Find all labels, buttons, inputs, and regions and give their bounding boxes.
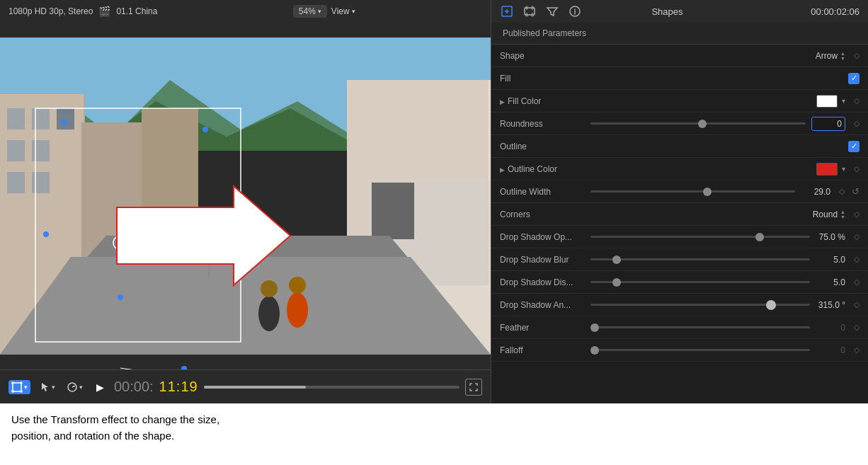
param-input[interactable]	[811, 117, 845, 131]
select-value: Round	[813, 209, 838, 219]
param-slider[interactable]	[590, 281, 810, 283]
param-diamond-icon[interactable]: ◇	[854, 51, 860, 60]
tab-filter-icon[interactable]	[545, 4, 559, 18]
select-arrows-icon: ▲▼	[840, 209, 845, 219]
svg-rect-39	[21, 381, 23, 384]
param-diamond-icon[interactable]: ◇	[839, 187, 845, 196]
svg-rect-6	[32, 108, 50, 130]
timecode-prefix: 00:00:	[114, 379, 154, 395]
svg-rect-37	[13, 383, 21, 391]
param-diamond-icon[interactable]: ◇	[854, 345, 860, 355]
param-value-text: 5.0	[816, 255, 845, 265]
param-diamond-icon[interactable]: ◇	[854, 277, 860, 287]
color-dropdown-icon[interactable]: ▾	[842, 97, 845, 105]
param-value-text: 29.0	[801, 187, 830, 197]
param-value: Round▲▼	[813, 209, 845, 219]
param-value: 5.0	[816, 277, 845, 287]
param-label-text: Outline	[500, 142, 585, 151]
view-button[interactable]: View ▾	[331, 6, 355, 16]
timeline-bar[interactable]	[204, 386, 459, 389]
svg-point-32	[181, 366, 187, 369]
param-value: 5.0	[816, 255, 845, 265]
topbar-center: 54% ▾ View ▾	[293, 5, 355, 18]
svg-rect-16	[372, 183, 414, 239]
param-checkbox[interactable]: ✓	[848, 73, 860, 84]
param-slider-thumb	[590, 346, 599, 355]
param-slider[interactable]	[590, 236, 810, 238]
param-value: ▾	[816, 163, 845, 176]
param-row: Falloff0◇	[491, 339, 868, 362]
param-slider[interactable]	[590, 190, 795, 193]
param-row: Outline Width29.0◇↺	[491, 180, 868, 203]
param-slider[interactable]	[590, 122, 806, 125]
svg-point-29	[202, 127, 208, 132]
right-panel: Shapes 00:00:02:06 Published Parameters …	[491, 0, 868, 403]
svg-rect-7	[57, 108, 74, 130]
param-color-swatch[interactable]	[816, 95, 838, 108]
param-diamond-icon[interactable]: ◇	[854, 255, 860, 264]
param-row: Drop Shadow Blur5.0◇	[491, 248, 868, 271]
param-diamond-icon[interactable]: ◇	[854, 323, 860, 332]
tab-info-icon[interactable]	[568, 4, 582, 18]
svg-rect-11	[32, 172, 50, 193]
param-slider[interactable]	[590, 258, 810, 260]
param-reset-icon[interactable]: ↺	[852, 186, 860, 197]
param-value	[811, 117, 845, 131]
param-row: Roundness◇	[491, 113, 868, 135]
param-expand-arrow[interactable]: ▶	[500, 166, 505, 173]
param-label-text: Drop Shadow An...	[500, 300, 585, 310]
topbar-icons	[500, 4, 582, 18]
param-label-text: Fill Color	[508, 96, 541, 106]
param-label-text: Corners	[500, 209, 585, 219]
param-diamond-icon[interactable]: ◇	[854, 209, 860, 219]
param-label-text: Fill	[500, 74, 585, 84]
param-diamond-icon[interactable]: ◇	[854, 232, 860, 241]
clip-label: 01.1 China	[116, 6, 157, 16]
param-select[interactable]: Round▲▼	[813, 209, 845, 219]
param-diamond-icon[interactable]: ◇	[854, 96, 860, 105]
param-slider[interactable]	[590, 304, 810, 306]
param-expand-arrow[interactable]: ▶	[500, 98, 505, 105]
param-diamond-icon[interactable]: ◇	[854, 300, 860, 309]
svg-rect-8	[7, 140, 25, 161]
param-slider[interactable]	[590, 349, 810, 351]
param-color-swatch[interactable]	[816, 163, 838, 176]
param-row: Drop Shadow An...315.0 °◇	[491, 294, 868, 316]
param-slider[interactable]	[590, 326, 810, 328]
panel-title: Shapes	[651, 6, 683, 17]
svg-point-31	[118, 294, 123, 300]
speed-tool-button[interactable]: ▾	[64, 380, 86, 394]
param-row: ▶Outline Color▾◇	[491, 158, 868, 180]
play-button[interactable]: ▶	[91, 379, 108, 396]
param-value: 75.0 %	[816, 232, 845, 242]
param-slider-thumb	[766, 300, 776, 310]
param-value-text: 315.0 °	[816, 300, 845, 310]
param-value: 0	[816, 345, 845, 355]
param-row: ShapeArrow▲▼◇	[491, 45, 868, 67]
video-scene	[0, 23, 491, 369]
svg-point-28	[61, 120, 67, 125]
timecode-display: 11:19	[159, 379, 198, 395]
param-row: CornersRound▲▼◇	[491, 203, 868, 226]
param-label-text: Roundness	[500, 119, 585, 129]
param-row: Feather0◇	[491, 316, 868, 339]
transform-tool-button[interactable]: ▾	[8, 380, 30, 394]
tab-shapes-icon[interactable]	[500, 4, 514, 18]
topbar-left: 1080p HD 30p, Stereo 🎬 01.1 China	[8, 6, 157, 17]
speed-chevron-icon: ▾	[79, 384, 83, 391]
fullscreen-button[interactable]	[465, 379, 482, 396]
param-slider-thumb	[703, 188, 712, 196]
zoom-button[interactable]: 54% ▾	[293, 5, 327, 18]
param-label-text: Outline Color	[508, 164, 557, 174]
param-select[interactable]: Arrow▲▼	[816, 51, 845, 61]
param-value: 315.0 °	[816, 300, 845, 310]
color-dropdown-icon[interactable]: ▾	[842, 165, 845, 173]
tab-film-icon[interactable]	[522, 4, 537, 18]
param-diamond-icon[interactable]: ◇	[854, 164, 860, 173]
pointer-tool-button[interactable]: ▾	[36, 380, 58, 394]
param-checkbox[interactable]: ✓	[848, 141, 860, 152]
param-row: Fill✓	[491, 67, 868, 90]
svg-point-21	[258, 296, 280, 331]
param-diamond-icon[interactable]: ◇	[854, 119, 860, 128]
checkbox-check-icon: ✓	[851, 142, 857, 151]
